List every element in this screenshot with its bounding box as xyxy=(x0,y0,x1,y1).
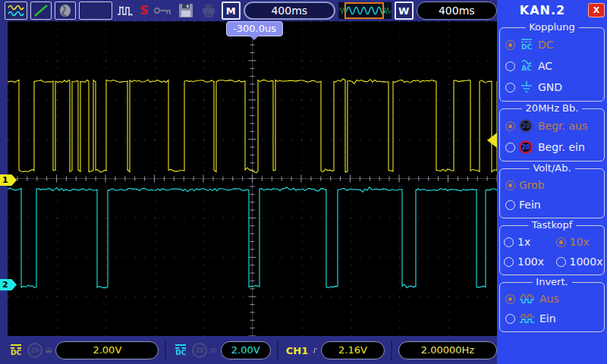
radio-icon xyxy=(505,40,515,50)
radio-icon xyxy=(505,200,515,210)
radio-icon xyxy=(505,314,515,324)
svg-text:20: 20 xyxy=(521,144,530,151)
radio-icon xyxy=(505,121,515,131)
option-label: 100x xyxy=(517,256,544,268)
invert-on-icon xyxy=(519,313,536,324)
section-title: Kopplung xyxy=(525,21,579,33)
radio-icon xyxy=(505,61,515,71)
trigger-source-label: CH1 xyxy=(286,345,308,356)
option-1x[interactable]: 1x xyxy=(500,232,552,252)
pulse-icon[interactable] xyxy=(115,2,135,19)
option-fein[interactable]: Fein xyxy=(500,195,604,215)
main-timebase-value: 400ms xyxy=(244,2,336,20)
option-label: Grob xyxy=(519,179,545,191)
trigger-position-pointer-icon xyxy=(250,36,259,40)
option-label: Aus xyxy=(539,293,559,305)
option-label: DC xyxy=(538,39,554,51)
option-label: GND xyxy=(538,81,562,93)
waveform-display: -300.0us 1 2 xyxy=(8,21,497,336)
ch1-coupling-dc-icon: DC xyxy=(8,344,24,356)
section-title: Volt/Ab. xyxy=(529,162,574,174)
coupling-ac-icon: AC xyxy=(519,59,534,73)
ch2-invert-icon xyxy=(210,344,217,357)
option-label: Fein xyxy=(519,199,541,211)
option-label: Ein xyxy=(539,312,556,325)
ch1-volts-per-div: 2.00V xyxy=(55,341,159,359)
save-icon[interactable] xyxy=(176,2,196,19)
radio-icon xyxy=(505,143,515,152)
section-kopplung: KopplungDCDCACACGND xyxy=(499,27,605,102)
radio-icon xyxy=(556,237,566,247)
trigger-frequency-value: 2.00000Hz xyxy=(398,341,497,359)
stop-indicator: S xyxy=(138,2,150,19)
option-label: Begr. aus xyxy=(538,120,587,132)
section-tastkopf: Tastkopf1x10x100x1000x xyxy=(499,225,605,275)
blank-field[interactable] xyxy=(79,2,112,20)
ch2-bandwidth-icon: 20 xyxy=(192,343,207,358)
toolbar: S M 400ms W 400ms xyxy=(0,0,497,21)
option-label: 10x xyxy=(570,236,590,248)
option-begr-ein[interactable]: 20Begr. ein xyxy=(500,136,604,158)
option-dc[interactable]: DCDC xyxy=(500,34,604,55)
section-title: Tastkopf xyxy=(528,219,576,231)
panel-sections: KopplungDCDCACACGND20MHz Bb.20Begr. aus2… xyxy=(497,27,607,332)
panel-header: KAN.2 X xyxy=(497,0,607,20)
option-ein[interactable]: Ein xyxy=(500,309,604,328)
section-title: 20MHz Bb. xyxy=(522,102,583,114)
trigger-position-label[interactable]: -300.0us xyxy=(226,21,283,36)
ch2-volts-per-div: 2.00V xyxy=(221,341,271,359)
option-label: 1000x xyxy=(570,256,603,268)
dual-waveform-icon[interactable] xyxy=(5,2,27,20)
section-title: Invert. xyxy=(532,276,571,287)
radio-icon xyxy=(505,180,515,190)
option-ac[interactable]: ACAC xyxy=(500,55,604,77)
divider xyxy=(165,340,166,360)
divider xyxy=(391,340,392,360)
bw-limit-on-icon: 20 xyxy=(519,140,534,154)
section-invert: Invert.AusEin xyxy=(499,282,605,332)
option-aus[interactable]: Aus xyxy=(500,289,604,309)
trigger-level-marker[interactable] xyxy=(487,133,497,148)
trigger-slope-icon xyxy=(313,344,318,357)
radio-icon xyxy=(556,257,566,267)
option-gnd[interactable]: GND xyxy=(500,77,604,98)
svg-text:AC: AC xyxy=(521,64,532,72)
radio-icon xyxy=(504,257,514,267)
radio-icon xyxy=(504,237,514,247)
option-10x[interactable]: 10x xyxy=(552,232,605,252)
ch2-coupling-dc-icon: DC xyxy=(172,344,189,356)
hardcopy-icon[interactable] xyxy=(55,2,76,20)
invert-off-icon xyxy=(519,293,536,304)
trigger-position-text: -300.0us xyxy=(233,23,276,34)
ramp-icon[interactable] xyxy=(30,2,52,20)
ch1-bandwidth-icon: 20 xyxy=(27,343,42,358)
section-volt-ab: Volt/Ab.GrobFein xyxy=(499,168,605,218)
panel-title: KAN.2 xyxy=(497,3,588,17)
option-begr-aus[interactable]: 20Begr. aus xyxy=(500,115,604,136)
window-timebase-value: 400ms xyxy=(417,2,497,20)
status-bar: DC 20 2.00V DC 20 2.00V CH1 2.16V 2.0000… xyxy=(0,337,497,364)
print-icon xyxy=(199,2,219,19)
option-label: AC xyxy=(538,60,552,72)
svg-text:DC: DC xyxy=(521,43,532,51)
main-timebase-button[interactable]: M xyxy=(222,2,241,20)
graticule-and-traces xyxy=(8,21,497,336)
option-100x[interactable]: 100x xyxy=(500,252,552,271)
trigger-level-value: 2.16V xyxy=(321,341,385,359)
section-20mhz-bb: 20MHz Bb.20Begr. aus20Begr. ein xyxy=(499,108,605,162)
radio-icon xyxy=(505,294,515,304)
coupling-gnd-icon xyxy=(519,80,534,94)
coupling-dc-icon: DC xyxy=(519,38,534,52)
channel-menu-panel: KAN.2 X KopplungDCDCACACGND20MHz Bb.20Be… xyxy=(497,0,607,364)
option-grob[interactable]: Grob xyxy=(500,175,604,195)
oscilloscope-window: S M 400ms W 400ms -300.0us 1 2 KAN.2 X xyxy=(0,0,607,364)
close-icon[interactable]: X xyxy=(588,3,605,17)
zoom-window-preview[interactable] xyxy=(338,2,392,19)
option-label: 1x xyxy=(517,236,530,248)
svg-text:20: 20 xyxy=(521,123,530,130)
window-timebase-button[interactable]: W xyxy=(395,2,414,20)
option-1000x[interactable]: 1000x xyxy=(552,252,605,271)
key-lock-icon xyxy=(153,2,173,19)
divider xyxy=(277,340,278,360)
ch1-invert-icon xyxy=(46,344,52,357)
